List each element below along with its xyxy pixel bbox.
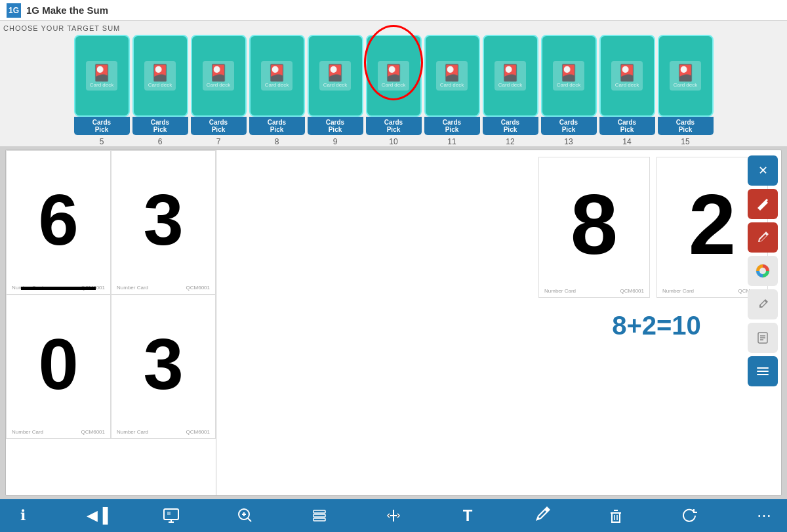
card-number-label-9: 9 [333,137,338,146]
left-card-footer-1: Number CardQCM6001 [117,285,210,291]
svg-rect-5 [313,514,325,517]
card-item-5[interactable]: 🎴Card deckCardsPick5 [74,35,130,146]
left-card-3[interactable]: 3Number CardQCM6001 [111,295,216,439]
card-item-9[interactable]: 🎴Card deckCardsPick9 [308,35,363,146]
card-item-14[interactable]: 🎴Card deckCardsPick14 [599,35,655,146]
right-card-0[interactable]: 8Number CardQCM6001 [538,157,650,298]
card-number-label-7: 7 [216,137,221,146]
stack-card-14[interactable]: 🎴Card deck [599,35,655,117]
svg-rect-6 [313,518,325,521]
center-workspace[interactable] [216,150,532,495]
card-item-13[interactable]: 🎴Card deckCardsPick13 [541,35,597,146]
left-card-value-2: 0 [12,298,105,429]
card-number-label-6: 6 [158,137,163,146]
card-number-label-11: 11 [447,137,456,146]
text-button[interactable]: T [454,502,481,529]
card-number-label-8: 8 [275,137,279,146]
pick-box-5: CardsPick [74,117,130,135]
left-card-1[interactable]: 3Number CardQCM6001 [111,150,216,295]
card-number-label-5: 5 [100,137,104,146]
app-header: 1G 1G Make the Sum [0,0,787,21]
close-button[interactable]: ✕ [748,155,778,186]
right-card-footer-0: Number CardQCM6001 [544,288,644,294]
pick-box-12: CardsPick [483,117,538,135]
sidebar-toggle-button[interactable]: ◀▐ [84,502,110,529]
instruction-label: CHOOSE YOUR TARGET SUM [3,24,784,32]
more-button[interactable]: ⋯ [751,502,777,529]
svg-rect-2 [164,509,178,520]
stack-card-15[interactable]: 🎴Card deck [658,35,714,117]
card-number-label-15: 15 [681,137,689,146]
card-number-label-10: 10 [389,137,397,146]
arrange-button[interactable] [380,502,407,529]
left-card-value-0: 6 [12,154,105,285]
refresh-button[interactable] [677,502,703,529]
side-toolbar: ✕ [744,150,781,495]
stack-card-13[interactable]: 🎴Card deck [541,35,597,117]
right-number-cards: 8Number CardQCM60012Number CardQCM6001 [538,157,775,298]
pick-box-8: CardsPick [249,117,305,135]
left-number-cards: 6Number CardQCM60013Number CardQCM60010N… [6,150,216,495]
zoom-in-button[interactable] [232,502,258,529]
main-area: CHOOSE YOUR TARGET SUM 🎴Card deckCardsPi… [0,21,787,499]
app-title: 1G Make the Sum [26,5,108,16]
card-number-label-12: 12 [506,137,514,146]
card-item-7[interactable]: 🎴Card deckCardsPick7 [191,35,247,146]
delete-button[interactable] [603,502,629,529]
card-item-12[interactable]: 🎴Card deckCardsPick12 [483,35,538,146]
stack-card-9[interactable]: 🎴Card deck [308,35,363,117]
card-item-10[interactable]: 🎴Card deckCardsPick10 [366,35,422,146]
layers-button[interactable] [306,502,333,529]
left-card-0[interactable]: 6Number CardQCM6001 [6,150,111,295]
left-card-value-1: 3 [117,154,210,285]
note-button[interactable] [748,323,778,353]
pick-box-15: CardsPick [658,117,714,135]
color-wheel-button[interactable] [748,256,778,286]
stack-card-12[interactable]: 🎴Card deck [483,35,538,117]
left-card-value-3: 3 [117,298,210,429]
cards-list: 🎴Card deckCardsPick5🎴Card deckCardsPick6… [3,35,784,146]
pick-box-14: CardsPick [599,117,655,135]
app-icon: 1G [7,3,21,18]
bottom-toolbar: ℹ ◀▐ T ⋯ [0,499,787,532]
card-item-6[interactable]: 🎴Card deckCardsPick6 [132,35,188,146]
card-number-label-14: 14 [622,137,631,146]
pick-box-13: CardsPick [541,117,597,135]
card-item-11[interactable]: 🎴Card deckCardsPick11 [424,35,480,146]
info-button[interactable]: ℹ [10,502,36,529]
stack-card-11[interactable]: 🎴Card deck [424,35,480,117]
equation-display: 8+2=10 [538,311,775,340]
card-number-label-13: 13 [564,137,573,146]
card-item-8[interactable]: 🎴Card deckCardsPick8 [249,35,305,146]
pick-box-11: CardsPick [424,117,480,135]
stack-card-6[interactable]: 🎴Card deck [132,35,188,117]
svg-rect-4 [313,510,325,513]
content-area: 6Number CardQCM60013Number CardQCM60010N… [5,150,782,496]
right-card-value-0: 8 [544,161,644,288]
monitor-button[interactable] [158,502,184,529]
left-card-footer-2: Number CardQCM6001 [12,429,105,435]
stack-card-8[interactable]: 🎴Card deck [249,35,305,117]
pick-box-9: CardsPick [308,117,363,135]
pick-box-10: CardsPick [366,117,422,135]
pen-tool-2[interactable] [748,222,778,253]
left-card-2[interactable]: 0Number CardQCM6001 [6,295,111,439]
right-section: 8Number CardQCM60012Number CardQCM6001 8… [532,150,781,495]
stack-card-5[interactable]: 🎴Card deck [74,35,130,117]
pen-tool-1[interactable] [748,189,778,219]
card-item-15[interactable]: 🎴Card deckCardsPick15 [658,35,714,146]
stack-card-7[interactable]: 🎴Card deck [191,35,247,117]
eraser-button[interactable] [748,289,778,319]
menu-button[interactable] [748,356,778,386]
pick-box-6: CardsPick [132,117,188,135]
pick-box-7: CardsPick [191,117,247,135]
left-card-footer-3: Number CardQCM6001 [117,429,210,435]
pen-bottom-button[interactable] [529,502,555,529]
stack-card-10[interactable]: 🎴Card deck [366,35,422,117]
cards-chooser-row: CHOOSE YOUR TARGET SUM 🎴Card deckCardsPi… [0,21,787,146]
